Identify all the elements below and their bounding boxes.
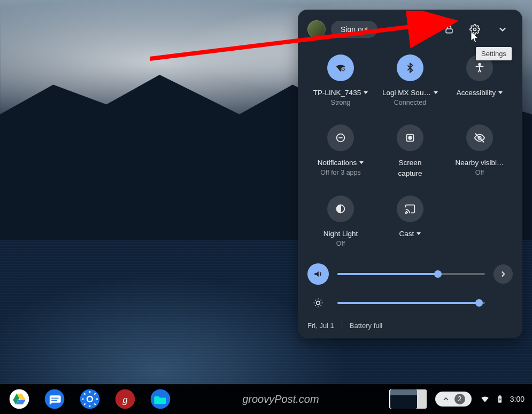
- tile-bluetooth-label: Logi MX Sou…: [382, 89, 438, 97]
- caret-down-icon: [434, 91, 438, 94]
- tile-wifi-label: TP-LINK_7435: [313, 89, 368, 97]
- tile-nearby-sub: Off: [475, 169, 484, 176]
- tile-accessibility[interactable]: Accessibility: [446, 54, 513, 106]
- volume-slider[interactable]: [337, 273, 485, 275]
- separator: [342, 321, 342, 330]
- tile-screen-label: Screen capture: [398, 159, 422, 177]
- battery-label: Battery full: [350, 322, 382, 330]
- clock: 3:00: [510, 395, 525, 403]
- app-settings-icon[interactable]: [78, 387, 102, 411]
- avatar[interactable]: [307, 20, 326, 38]
- tile-nightlight-sub: Off: [336, 240, 345, 247]
- tile-wifi[interactable]: TP-LINK_7435 Strong: [307, 54, 374, 106]
- wallpaper-thumbnail[interactable]: [389, 389, 427, 409]
- tile-bluetooth[interactable]: Logi MX Sou… Connected: [377, 54, 443, 106]
- wifi-icon[interactable]: [327, 54, 354, 81]
- svg-point-1: [474, 28, 476, 31]
- cast-icon[interactable]: [397, 196, 423, 222]
- panel-header: Sign out: [307, 19, 513, 40]
- volume-icon[interactable]: [307, 263, 329, 285]
- caret-down-icon: [364, 91, 368, 94]
- volume-slider-row: [307, 263, 513, 285]
- tile-notif-sub: Off for 3 apps: [320, 169, 361, 176]
- svg-point-7: [408, 136, 412, 139]
- tile-wifi-sub: Strong: [331, 99, 351, 106]
- bluetooth-icon[interactable]: [397, 54, 423, 81]
- status-tray[interactable]: 3:00: [480, 394, 525, 404]
- svg-rect-23: [499, 395, 500, 396]
- power-icon[interactable]: [413, 19, 434, 40]
- do-not-disturb-icon[interactable]: [327, 124, 354, 151]
- brightness-icon[interactable]: [307, 292, 329, 314]
- notification-pill[interactable]: 2: [435, 392, 472, 407]
- panel-footer: Fri, Jul 1 Battery full: [307, 321, 513, 330]
- screen-capture-icon[interactable]: [397, 124, 423, 151]
- svg-point-13: [10, 389, 29, 409]
- svg-point-11: [317, 301, 320, 305]
- app-drive-icon[interactable]: [7, 387, 31, 411]
- audio-settings-button[interactable]: [494, 264, 513, 284]
- caret-down-icon: [359, 161, 364, 164]
- tile-cast-label: Cast: [399, 230, 421, 238]
- caret-down-icon: [417, 232, 421, 235]
- settings-tooltip: Settings: [476, 47, 512, 60]
- app-groovypost-icon[interactable]: g: [113, 387, 137, 411]
- tile-notifications[interactable]: Notifications Off for 3 apps: [307, 124, 374, 177]
- tile-nearby-label: Nearby visibi…: [456, 159, 504, 167]
- lock-icon[interactable]: [439, 19, 459, 40]
- chevron-down-icon[interactable]: [492, 19, 513, 40]
- chevron-up-icon: [442, 395, 450, 403]
- tile-a11y-label: Accessibility: [457, 89, 503, 97]
- date-label: Fri, Jul 1: [307, 322, 334, 330]
- app-messages-icon[interactable]: [43, 387, 66, 411]
- brightness-slider-row: [307, 292, 513, 314]
- caret-down-icon: [498, 91, 503, 94]
- quick-tiles-grid: TP-LINK_7435 Strong Logi MX Sou… Connect…: [307, 54, 513, 247]
- tile-nearby-visibility[interactable]: Nearby visibi… Off: [446, 124, 513, 177]
- svg-text:g: g: [122, 394, 128, 405]
- sign-out-button[interactable]: Sign out: [331, 21, 377, 38]
- tile-night-light[interactable]: Night Light Off: [307, 196, 374, 247]
- svg-rect-0: [446, 29, 452, 33]
- svg-point-4: [479, 64, 481, 66]
- svg-rect-3: [342, 69, 344, 71]
- tile-notif-label: Notifications: [318, 159, 364, 167]
- visibility-off-icon[interactable]: [466, 124, 493, 151]
- shelf-status-area[interactable]: 2 3:00: [389, 389, 525, 409]
- tile-cast[interactable]: Cast: [377, 196, 443, 247]
- brightness-slider[interactable]: [337, 302, 485, 304]
- battery-status-icon: [495, 394, 505, 404]
- tile-nightlight-label: Night Light: [323, 230, 358, 238]
- night-light-icon[interactable]: [327, 196, 354, 222]
- svg-point-10: [405, 213, 406, 214]
- gear-icon[interactable]: [465, 19, 485, 40]
- watermark: groovyPost.com: [242, 393, 319, 405]
- app-files-icon[interactable]: [149, 387, 172, 411]
- shelf: g groovyPost.com 2 3:00: [0, 384, 532, 414]
- wifi-status-icon: [480, 394, 490, 404]
- tile-screen-capture[interactable]: Screen capture: [377, 124, 443, 177]
- notification-count-badge: 2: [454, 394, 465, 404]
- tile-bluetooth-sub: Connected: [394, 99, 426, 106]
